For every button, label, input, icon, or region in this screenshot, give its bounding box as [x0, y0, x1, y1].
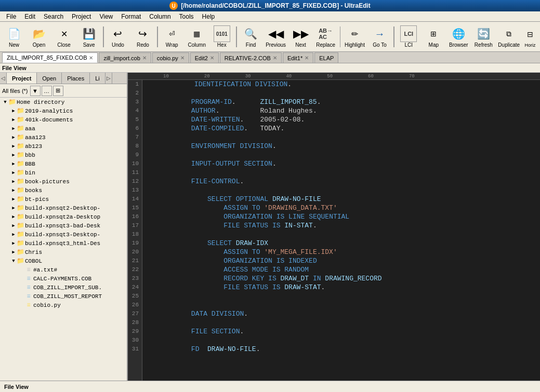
tree-home[interactable]: ▼ 📁 Home directory [0, 98, 127, 106]
toolbar-browser[interactable]: 🌐 Browser [446, 23, 470, 50]
tree-arrow: ▶ [10, 232, 17, 238]
filter-arrow-btn[interactable]: ▼ [30, 86, 41, 96]
sidebar-tab-open[interactable]: Open [37, 73, 62, 84]
tab-close-2[interactable]: ✕ [180, 55, 185, 61]
tab-close-3[interactable]: ✕ [210, 55, 214, 61]
tree-build4[interactable]: ▶ 📁 build-xpnsqt3-Desktop- [0, 230, 127, 239]
tab-close-5[interactable]: ✕ [305, 55, 309, 61]
tree-books[interactable]: ▶ 📁 books [0, 186, 127, 195]
toolbar-redo[interactable]: ↪ Redo [131, 23, 155, 50]
tab-0[interactable]: ZILL_IMPORT_85_FIXED.COB ✕ [2, 52, 98, 63]
tree-build2[interactable]: ▶ 📁 build-xpnsqt2a-Desktop [0, 212, 127, 221]
tree-bin[interactable]: ▶ 📁 bin [0, 168, 127, 177]
toolbar-horiz[interactable]: ⊟ Horiz [522, 23, 538, 50]
tree-bbb[interactable]: ▶ 📁 bbb [0, 151, 127, 159]
toolbar-hex[interactable]: 0101 Hex [210, 23, 234, 50]
menu-project[interactable]: Project [68, 12, 95, 21]
menu-format[interactable]: Format [117, 12, 145, 21]
tree-ab123[interactable]: ▶ 📁 ab123 [0, 142, 127, 151]
tree-cob-zill-import[interactable]: ▶ ≡ COB_ZILL_IMPORT_SUB. [0, 283, 127, 292]
folder-icon: 📁 [17, 107, 24, 115]
tree-atxt[interactable]: ▶ ≡ #a.txt# [0, 265, 127, 274]
menu-help[interactable]: Help [198, 12, 219, 21]
tree-aaa[interactable]: ▶ 📁 aaa [0, 124, 127, 133]
main-content: ◁ Project Open Places Li ▷ All files (*)… [0, 73, 540, 381]
code-line-29: FILE SECTION. [147, 327, 536, 336]
toolbar-sep-2 [157, 26, 158, 47]
folder-icon: 📁 [17, 196, 24, 203]
tree-arrow: ▶ [10, 126, 17, 132]
tree-calc-payments[interactable]: ▶ ≡ CALC-PAYMENTS.COB [0, 274, 127, 283]
tab-1[interactable]: zill_import.cob ✕ [99, 52, 151, 63]
menu-search[interactable]: Search [39, 12, 68, 21]
browser-icon: 🌐 [450, 25, 467, 42]
toolbar-find[interactable]: 🔍 Find [239, 23, 263, 50]
code-area[interactable]: 1 2 3 4 5 6 7 8 9 10 11 12 13 14 15 16 1… [128, 80, 540, 381]
redo-icon: ↪ [135, 25, 151, 42]
menu-view[interactable]: View [95, 12, 117, 21]
toolbar-goto[interactable]: → Go To [367, 23, 391, 50]
tree-arrow: ▶ [10, 214, 17, 220]
tree-cobio-py[interactable]: ▶ ≡ cobio.py [0, 301, 127, 309]
toolbar-new[interactable]: 📄 New [2, 23, 26, 50]
tab-close-0[interactable]: ✕ [89, 55, 93, 61]
sidebar-tab-li[interactable]: Li [90, 73, 106, 84]
tree-2019-analytics[interactable]: ▶ 📁 2019-analytics [0, 106, 127, 115]
tab-4[interactable]: RELATIVE-2.COB ✕ [220, 52, 282, 63]
tree-build3[interactable]: ▶ 📁 build-xpnsqt3-bad-Desk [0, 221, 127, 230]
toolbar-column[interactable]: ▦ Column [185, 23, 209, 50]
toolbar-refresh[interactable]: 🔄 Refresh [471, 23, 495, 50]
tree-cob-zill-most[interactable]: ▶ ≡ COB_ZILL_MOST_REPORT [0, 292, 127, 301]
toolbar-save[interactable]: 💾 Save [77, 23, 101, 50]
sidebar-options-btn[interactable]: … [42, 86, 52, 96]
tree-BBB[interactable]: ▶ 📁 BBB [0, 159, 127, 168]
toolbar-previous[interactable]: ◀◀ Previous [264, 23, 288, 50]
tab-3[interactable]: Edit2 ✕ [190, 52, 219, 63]
tree-401k[interactable]: ▶ 📁 401k-documents [0, 115, 127, 124]
tree-arrow: ▶ [10, 205, 17, 211]
code-line-8: ENVIRONMENT DIVISION. [147, 142, 536, 151]
toolbar-lci[interactable]: LCI LCI [397, 23, 420, 50]
sidebar-nav-back[interactable]: ◁ [0, 73, 7, 84]
tree-cobol[interactable]: ▼ 📁 COBOL [0, 256, 127, 265]
sidebar-tab-project[interactable]: Project [7, 73, 37, 84]
menu-file[interactable]: File [2, 12, 20, 21]
tree-aaa123[interactable]: ▶ 📁 aaa123 [0, 133, 127, 142]
tab-close-4[interactable]: ✕ [273, 55, 277, 61]
toolbar-highlight[interactable]: ✏ Highlight [343, 23, 366, 50]
tab-6[interactable]: ELAP [314, 52, 338, 63]
goto-icon: → [371, 25, 388, 42]
toolbar-map[interactable]: ⊞ Map [422, 23, 445, 50]
toolbar-replace[interactable]: AB→AC Replace [314, 23, 338, 50]
tab-5[interactable]: Edit1* ✕ [283, 52, 313, 63]
folder-icon: 📁 [17, 178, 24, 185]
toolbar-open[interactable]: 📂 Open [27, 23, 51, 50]
toolbar-close[interactable]: ✕ Close [52, 23, 76, 50]
tree-bt-pics[interactable]: ▶ 📁 bt-pics [0, 195, 127, 204]
sidebar-view-btn[interactable]: ⊞ [53, 86, 63, 96]
tree-build1[interactable]: ▶ 📁 build-xpnsqt2-Desktop- [0, 204, 127, 212]
code-line-21: ORGANIZATION IS INDEXED [147, 256, 536, 265]
toolbar-duplicate[interactable]: ⧉ Duplicate [496, 23, 521, 50]
code-content[interactable]: IDENTIFICATION DIVISION. PROGRAM-ID. ZIL… [142, 80, 540, 381]
title-bar: U [/home/roland/COBOL/ZILL_IMPORT_85_FIX… [0, 0, 540, 11]
toolbar-next[interactable]: ▶▶ Next [289, 23, 313, 50]
tab-close-1[interactable]: ✕ [142, 55, 147, 61]
column-icon: ▦ [189, 25, 205, 42]
code-line-24: FILE STATUS IS DRAW-STAT. [147, 283, 536, 292]
toolbar-wrap[interactable]: ⏎ Wrap [160, 23, 184, 50]
menu-tools[interactable]: Tools [175, 12, 198, 21]
sidebar-nav-forward[interactable]: ▷ [106, 73, 112, 84]
code-line-13 [147, 186, 536, 195]
toolbar-undo[interactable]: ↩ Undo [106, 23, 130, 50]
menu-edit[interactable]: Edit [20, 12, 39, 21]
file-cob-icon: ≡ [25, 284, 32, 291]
sidebar-tab-places[interactable]: Places [62, 73, 90, 84]
menu-column[interactable]: Column [145, 12, 175, 21]
folder-icon: 📁 [17, 143, 24, 150]
folder-icon: 📁 [17, 134, 24, 141]
tree-chris[interactable]: ▶ 📁 Chris [0, 248, 127, 256]
tree-build5[interactable]: ▶ 📁 build-xpnsqt3_html-Des [0, 239, 127, 248]
tree-book-pictures[interactable]: ▶ 📁 book-pictures [0, 177, 127, 186]
tab-2[interactable]: cobio.py ✕ [152, 52, 189, 63]
